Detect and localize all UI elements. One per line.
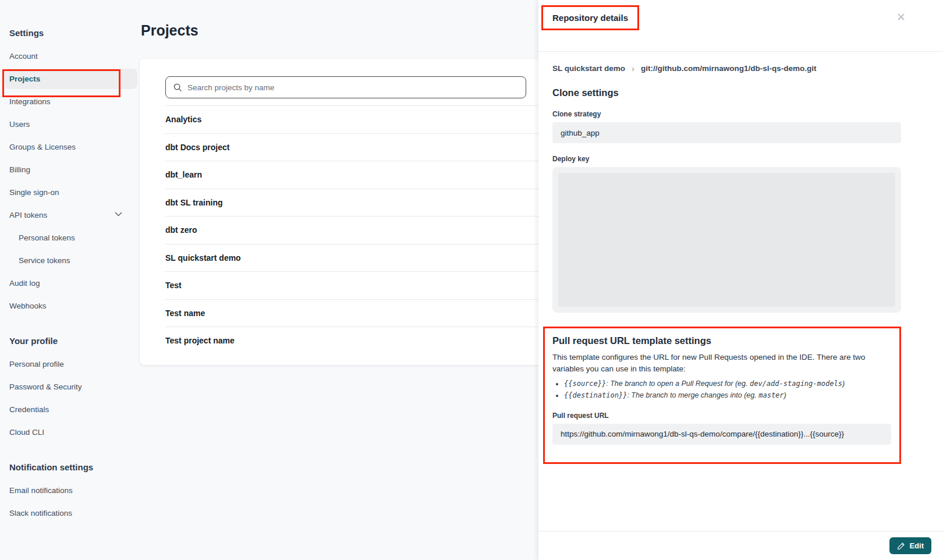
drawer-body: SL quickstart demo › git://github.com/mi… (538, 52, 943, 531)
drawer-footer: Edit (538, 531, 943, 560)
repository-details-drawer: Repository details ✕ SL quickstart demo … (538, 0, 943, 560)
pr-template-variables-list: {{source}}: The branch to open a Pull Re… (564, 378, 891, 401)
pr-template-description: This template configures the URL for new… (552, 352, 891, 374)
pr-variable-destination: {{destination}}: The branch to merge cha… (564, 390, 891, 401)
breadcrumb: SL quickstart demo › git://github.com/mi… (552, 63, 901, 73)
sidebar-item-webhooks[interactable]: Webhooks (9, 295, 140, 317)
sidebar-section-header-settings: Settings (9, 28, 140, 38)
pull-request-url-label: Pull request URL (552, 412, 891, 420)
drawer-header: Repository details ✕ (538, 0, 943, 52)
sidebar-item-users[interactable]: Users (9, 113, 140, 136)
breadcrumb-project-name: SL quickstart demo (552, 64, 625, 73)
pull-request-url-value: https://github.com/mirnawong1/db-sl-qs-d… (552, 424, 891, 445)
sidebar-item-label: Account (9, 52, 38, 61)
sidebar-item-single-sign-on[interactable]: Single sign-on (9, 181, 140, 204)
sidebar-item-integrations[interactable]: Integrations (9, 90, 140, 113)
chevron-down-icon (115, 212, 122, 217)
deploy-key-label: Deploy key (552, 155, 901, 163)
close-icon[interactable]: ✕ (896, 12, 906, 23)
deploy-key-redacted-value (558, 173, 895, 307)
sidebar-item-label: Password & Security (9, 382, 82, 391)
annotation-box-pr-template-section: Pull request URL template settings This … (543, 327, 901, 464)
sidebar-item-account[interactable]: Account (9, 45, 140, 68)
sidebar-item-audit-log[interactable]: Audit log (9, 272, 140, 295)
clone-strategy-value: github_app (552, 122, 901, 143)
edit-button[interactable]: Edit (889, 537, 931, 554)
sidebar-item-label: Webhooks (9, 302, 47, 310)
settings-sidebar: SettingsAccountProjectsIntegrationsUsers… (0, 0, 140, 560)
sidebar-item-label: Integrations (9, 97, 51, 106)
sidebar-item-password-security[interactable]: Password & Security (9, 375, 140, 398)
sidebar-item-personal-profile[interactable]: Personal profile (9, 353, 140, 375)
sidebar-item-slack-notifications[interactable]: Slack notifications (9, 502, 140, 524)
sidebar-item-label: Audit log (9, 279, 40, 288)
clone-strategy-label: Clone strategy (552, 110, 901, 118)
sidebar-item-label: Personal profile (9, 360, 64, 368)
chevron-right-icon: › (632, 63, 634, 73)
drawer-title: Repository details (552, 13, 628, 23)
sidebar-section-header-notification-settings: Notification settings (9, 462, 140, 472)
pr-variable-source: {{source}}: The branch to open a Pull Re… (564, 378, 891, 389)
clone-settings-heading: Clone settings (552, 87, 901, 98)
sidebar-item-label: Slack notifications (9, 509, 72, 518)
sidebar-item-projects[interactable]: Projects (9, 68, 140, 90)
sidebar-section-header-your-profile: Your profile (9, 336, 140, 346)
sidebar-item-label: API tokens (9, 211, 47, 219)
sidebar-item-personal-tokens[interactable]: Personal tokens (9, 226, 140, 249)
pencil-icon (897, 542, 905, 550)
sidebar-item-label: Service tokens (19, 256, 70, 265)
search-projects-box (165, 76, 526, 98)
sidebar-item-groups-licenses[interactable]: Groups & Licenses (9, 136, 140, 158)
sidebar-item-credentials[interactable]: Credentials (9, 398, 140, 421)
sidebar-item-label: Billing (9, 165, 30, 174)
search-projects-input[interactable] (187, 83, 518, 92)
search-icon (173, 83, 182, 92)
pr-template-heading: Pull request URL template settings (552, 335, 891, 346)
sidebar-item-label: Credentials (9, 405, 49, 414)
sidebar-item-service-tokens[interactable]: Service tokens (9, 249, 140, 272)
sidebar-item-api-tokens[interactable]: API tokens (9, 204, 140, 226)
sidebar-item-label: Email notifications (9, 486, 73, 495)
sidebar-item-label: Single sign-on (9, 188, 59, 197)
sidebar-item-cloud-cli[interactable]: Cloud CLI (9, 421, 140, 444)
dbt-cloud-settings-page: SettingsAccountProjectsIntegrationsUsers… (0, 0, 943, 560)
sidebar-item-label: Groups & Licenses (9, 143, 76, 151)
sidebar-item-billing[interactable]: Billing (9, 158, 140, 181)
edit-button-label: Edit (909, 541, 924, 550)
sidebar-item-label: Projects (9, 75, 40, 83)
sidebar-item-label: Personal tokens (19, 233, 75, 242)
deploy-key-field (552, 167, 901, 313)
annotation-box-repository-details: Repository details (541, 5, 639, 30)
sidebar-item-label: Cloud CLI (9, 428, 44, 437)
sidebar-item-email-notifications[interactable]: Email notifications (9, 479, 140, 502)
breadcrumb-repo-url: git://github.com/mirnawong1/db-sl-qs-dem… (641, 64, 816, 73)
sidebar-item-label: Users (9, 120, 30, 129)
